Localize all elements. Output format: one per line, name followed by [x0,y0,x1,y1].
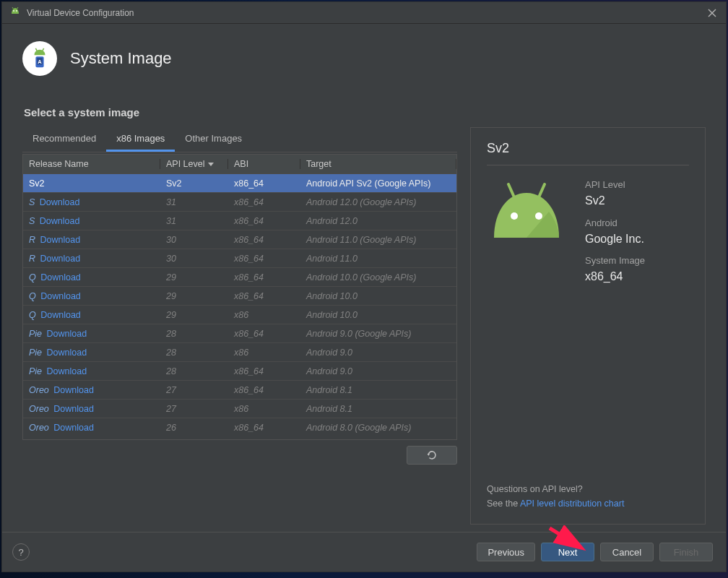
cell-api-level: 31 [160,216,228,226]
cell-target: Android 12.0 [300,216,456,226]
release-name: Q [29,272,36,282]
cell-release-name: Pie Download [23,366,160,376]
cell-abi: x86_64 [228,272,300,282]
table-row[interactable]: Oreo Download27x86_64Android 8.1 [23,380,456,399]
download-link[interactable]: Download [47,366,87,376]
col-release-name[interactable]: Release Name [23,159,160,169]
col-abi[interactable]: ABI [228,159,300,169]
tab-x86-images[interactable]: x86 Images [106,127,175,152]
svg-point-14 [535,212,542,220]
page-header: A System Image [2,24,726,89]
table-row[interactable]: Q Download29x86Android 10.0 [23,305,456,324]
release-name: Oreo [29,423,49,433]
refresh-button[interactable] [407,446,457,465]
table-row[interactable]: Pie Download28x86_64Android 9.0 [23,361,456,380]
detail-panel: Sv2 [470,127,706,525]
download-link[interactable]: Download [40,272,81,282]
cell-api-level: 31 [160,197,228,207]
col-target[interactable]: Target [300,159,456,169]
cell-abi: x86_64 [228,197,300,207]
release-name: Q [29,291,36,301]
cell-release-name: Sv2 [23,178,160,189]
window-title: Virtual Device Configuration [27,8,134,18]
table-row[interactable]: Sv2Sv2x86_64Android API Sv2 (Google APIs… [23,173,456,192]
svg-point-2 [13,10,14,12]
detail-android-label: Android [585,217,645,230]
release-name: R [29,254,35,264]
image-tabs: Recommended x86 Images Other Images [22,127,457,152]
cell-abi: x86_64 [228,254,300,264]
cell-api-level: 30 [160,235,228,245]
table-row[interactable]: Q Download29x86_64Android 10.0 (Google A… [23,267,456,286]
previous-button[interactable]: Previous [477,543,535,561]
download-link[interactable]: Download [40,310,81,320]
cell-release-name: Q Download [23,272,160,282]
table-body[interactable]: Sv2Sv2x86_64Android API Sv2 (Google APIs… [23,173,456,439]
finish-button: Finish [659,543,713,561]
table-row[interactable]: R Download30x86_64Android 11.0 (Google A… [23,230,456,249]
refresh-icon [426,449,438,461]
download-link[interactable]: Download [40,291,81,301]
col-api-level[interactable]: API Level [160,159,228,169]
release-name: Pie [29,329,42,339]
download-link[interactable]: Download [40,254,81,264]
svg-line-0 [12,7,14,9]
cell-target: Android 10.0 (Google APIs) [300,272,456,282]
download-link[interactable]: Download [40,235,81,245]
detail-title: Sv2 [487,141,689,156]
download-link[interactable]: Download [47,348,87,358]
tab-other-images[interactable]: Other Images [175,127,252,152]
api-level-chart-link[interactable]: API level distribution chart [520,499,625,509]
table-row[interactable]: S Download31x86_64Android 12.0 [23,211,456,230]
cancel-button[interactable]: Cancel [600,543,654,561]
cell-api-level: 27 [160,385,228,395]
release-name: S [29,216,35,226]
cell-target: Android 11.0 [300,254,456,264]
download-link[interactable]: Download [53,404,94,414]
cell-release-name: S Download [23,197,160,207]
table-row[interactable]: Pie Download28x86Android 9.0 [23,342,456,361]
release-name: R [29,235,35,245]
tab-recommended[interactable]: Recommended [22,127,106,152]
cell-target: Android 9.0 (Google APIs) [300,329,456,339]
cell-target: Android API Sv2 (Google APIs) [300,178,456,189]
cell-abi: x86_64 [228,178,300,189]
table-row[interactable]: Oreo Download27x86Android 8.1 [23,399,456,418]
cell-target: Android 10.0 [300,291,456,301]
svg-line-7 [43,48,44,51]
titlebar: Virtual Device Configuration [2,2,726,24]
release-name: Q [29,310,36,320]
cell-api-level: 28 [160,366,228,376]
table-row[interactable]: Pie Download28x86_64Android 9.0 (Google … [23,324,456,342]
release-name: Sv2 [29,178,45,189]
download-link[interactable]: Download [47,329,87,339]
download-link[interactable]: Download [40,216,80,226]
close-button[interactable] [706,7,719,20]
cell-api-level: 27 [160,404,228,414]
cell-release-name: R Download [23,254,160,264]
cell-abi: x86_64 [228,216,300,226]
download-link[interactable]: Download [40,197,80,207]
help-button[interactable]: ? [12,543,30,561]
svg-text:A: A [38,59,42,65]
table-row[interactable]: Q Download29x86_64Android 10.0 [23,286,456,305]
cell-api-level: 29 [160,310,228,320]
next-button[interactable]: Next [541,543,594,561]
table-row[interactable]: S Download31x86_64Android 12.0 (Google A… [23,192,456,211]
table-row[interactable]: Oreo Download26x86_64Android 8.0 (Google… [23,418,456,436]
cell-release-name: Oreo Download [23,423,160,433]
cell-abi: x86_64 [228,329,300,339]
cell-api-level: 28 [160,348,228,358]
table-row[interactable]: R Download30x86_64Android 11.0 [23,249,456,267]
download-link[interactable]: Download [53,423,94,433]
detail-android-value: Google Inc. [585,231,645,247]
svg-line-12 [539,184,545,197]
cell-release-name: Q Download [23,310,160,320]
cell-abi: x86_64 [228,235,300,245]
download-link[interactable]: Download [53,385,94,395]
cell-target: Android 8.1 [300,404,456,414]
table-header: Release Name API Level ABI Target [23,155,456,173]
system-image-icon: A [22,41,57,76]
cell-target: Android 8.1 [300,385,456,395]
cell-release-name: Oreo Download [23,404,160,414]
